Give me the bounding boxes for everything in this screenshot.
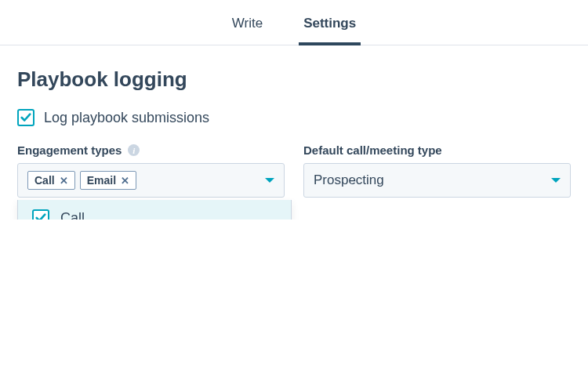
log-submissions-checkbox[interactable] bbox=[17, 109, 34, 126]
tab-write[interactable]: Write bbox=[227, 8, 267, 45]
default-type-label: Default call/meeting type bbox=[303, 143, 571, 157]
default-type-field: Default call/meeting type Prospecting bbox=[303, 143, 571, 198]
default-type-value: Prospecting bbox=[314, 172, 551, 188]
chip-call: Call ✕ bbox=[27, 171, 75, 190]
section-heading: Playbook logging bbox=[17, 67, 571, 92]
top-tabs: Write Settings bbox=[0, 0, 588, 45]
chevron-down-icon bbox=[265, 178, 274, 183]
chip-call-label: Call bbox=[34, 174, 55, 187]
tab-settings[interactable]: Settings bbox=[299, 8, 361, 45]
chip-call-remove[interactable]: ✕ bbox=[60, 175, 68, 187]
engagement-types-label: Engagement types bbox=[17, 143, 122, 157]
log-submissions-label: Log playbook submissions bbox=[44, 110, 209, 126]
default-type-select[interactable]: Prospecting bbox=[303, 163, 571, 198]
engagement-types-field: Engagement types i Call ✕ Email ✕ bbox=[17, 143, 285, 198]
engagement-types-select[interactable]: Call ✕ Email ✕ bbox=[17, 163, 285, 198]
chevron-down-icon bbox=[551, 178, 561, 183]
fields-row: Engagement types i Call ✕ Email ✕ bbox=[17, 143, 571, 198]
option-call[interactable]: Call bbox=[18, 200, 291, 220]
engagement-types-dropdown: Call Meeting Email Note bbox=[17, 200, 292, 220]
chip-email: Email ✕ bbox=[80, 171, 136, 190]
chip-email-label: Email bbox=[87, 174, 116, 187]
info-icon[interactable]: i bbox=[128, 144, 140, 156]
option-call-label: Call bbox=[60, 210, 85, 220]
check-icon bbox=[20, 112, 31, 123]
log-submissions-row: Log playbook submissions bbox=[17, 109, 571, 126]
chip-email-remove[interactable]: ✕ bbox=[121, 175, 129, 187]
settings-panel: Playbook logging Log playbook submission… bbox=[0, 45, 588, 220]
option-call-checkbox[interactable] bbox=[32, 209, 49, 220]
engagement-types-label-row: Engagement types i bbox=[17, 143, 285, 157]
check-icon bbox=[35, 212, 46, 220]
